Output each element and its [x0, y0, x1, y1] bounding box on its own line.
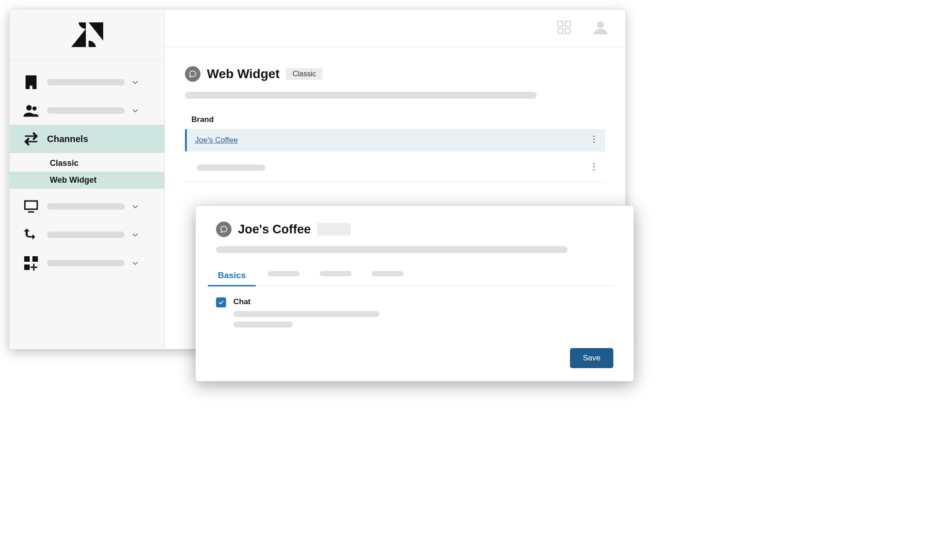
brand-row[interactable]	[185, 156, 605, 179]
brand-settings-panel: Joe's Coffee Basics Chat Save	[195, 206, 634, 381]
svg-rect-8	[565, 28, 570, 33]
route-icon	[21, 227, 41, 243]
svg-rect-7	[558, 28, 563, 33]
page-header: Web Widget Classic	[185, 66, 605, 82]
channels-subitems: Classic Web Widget	[10, 153, 164, 192]
sidebar-item-label: Channels	[47, 134, 155, 144]
tab-placeholder[interactable]	[320, 271, 352, 276]
svg-rect-6	[565, 21, 570, 26]
nav-label-placeholder	[47, 260, 125, 266]
sidebar-item-people[interactable]	[10, 96, 164, 125]
sidebar-subitem-web-widget[interactable]: Web Widget	[10, 172, 164, 189]
apps-add-icon	[21, 255, 41, 271]
svg-point-14	[593, 166, 595, 167]
topbar	[165, 10, 625, 47]
sidebar-item-account[interactable]	[10, 68, 164, 96]
page-title: Web Widget	[207, 67, 280, 81]
save-button[interactable]: Save	[570, 348, 613, 368]
svg-point-1	[32, 106, 37, 111]
brand-section-label: Brand	[185, 115, 605, 124]
svg-point-9	[597, 21, 604, 28]
chevron-down-icon	[131, 78, 139, 86]
panel-title: Joe's Coffee	[238, 222, 311, 237]
arrows-icon	[21, 131, 41, 147]
avatar-icon[interactable]	[592, 19, 609, 37]
chevron-down-icon	[131, 106, 139, 115]
panel-footer: Save	[216, 348, 613, 368]
nav-label-placeholder	[47, 79, 125, 85]
chat-option-row: Chat	[216, 297, 613, 328]
chat-bubble-icon	[185, 66, 200, 82]
brand-name-placeholder	[197, 164, 265, 171]
sidebar-item-workspaces[interactable]	[10, 192, 164, 221]
divider	[185, 182, 605, 182]
chevron-down-icon	[131, 259, 139, 267]
apps-grid-icon[interactable]	[557, 20, 571, 37]
svg-point-10	[593, 136, 595, 137]
sidebar-item-apps[interactable]	[10, 249, 164, 277]
svg-point-11	[593, 138, 595, 140]
nav-label-placeholder	[47, 232, 125, 238]
zendesk-logo	[10, 10, 164, 60]
sidebar-subitem-classic[interactable]: Classic	[10, 155, 164, 172]
chevron-down-icon	[131, 202, 139, 211]
brand-link[interactable]: Joe's Coffee	[195, 136, 238, 145]
chat-option-label: Chat	[233, 297, 380, 306]
sidebar: Channels Classic Web Widget	[10, 10, 165, 349]
chevron-down-icon	[131, 231, 139, 239]
svg-point-15	[593, 169, 595, 170]
brand-row-active[interactable]: Joe's Coffee	[185, 129, 605, 152]
chat-checkbox[interactable]	[216, 297, 226, 307]
tab-basics[interactable]: Basics	[216, 267, 248, 286]
people-icon	[21, 102, 41, 119]
sidebar-item-objects[interactable]	[10, 221, 164, 249]
panel-description-placeholder	[216, 246, 568, 253]
option-desc-placeholder	[233, 311, 380, 317]
chat-bubble-icon	[216, 222, 232, 237]
nav-label-placeholder	[47, 203, 125, 210]
tab-placeholder[interactable]	[268, 271, 300, 276]
overflow-menu-icon[interactable]	[593, 135, 595, 146]
sidebar-nav: Channels Classic Web Widget	[10, 60, 164, 277]
overflow-menu-icon[interactable]	[593, 162, 595, 173]
page-description-placeholder	[185, 92, 537, 99]
page-content: Web Widget Classic Brand Joe's Coffee	[165, 47, 625, 182]
svg-point-12	[593, 142, 595, 143]
svg-point-0	[26, 105, 32, 111]
nav-label-placeholder	[47, 107, 125, 114]
panel-header: Joe's Coffee	[216, 222, 613, 237]
classic-tag: Classic	[286, 68, 322, 80]
svg-rect-3	[32, 256, 38, 262]
tab-placeholder[interactable]	[372, 271, 404, 276]
svg-rect-2	[24, 256, 30, 262]
panel-tabs: Basics	[216, 267, 613, 286]
panel-tag-placeholder	[317, 223, 351, 236]
svg-point-13	[593, 163, 595, 164]
svg-rect-5	[558, 21, 563, 26]
monitor-icon	[21, 198, 41, 215]
building-icon	[21, 74, 41, 90]
svg-rect-4	[24, 264, 30, 270]
sidebar-item-channels[interactable]: Channels	[10, 125, 164, 153]
option-desc-placeholder	[233, 322, 293, 328]
